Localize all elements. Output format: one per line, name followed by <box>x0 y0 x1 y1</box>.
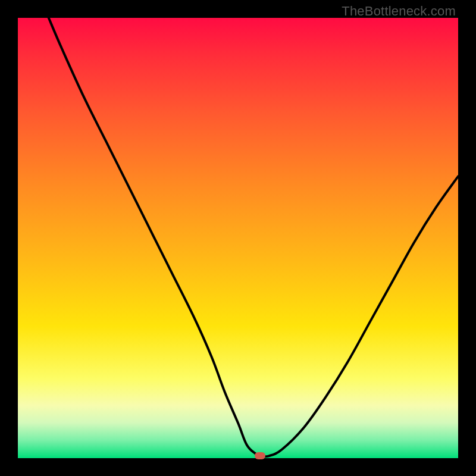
optimal-point-marker <box>255 452 265 459</box>
chart-frame: TheBottleneck.com <box>0 0 476 476</box>
plot-area <box>18 18 458 458</box>
watermark-text: TheBottleneck.com <box>342 4 456 19</box>
bottleneck-curve <box>18 18 458 458</box>
